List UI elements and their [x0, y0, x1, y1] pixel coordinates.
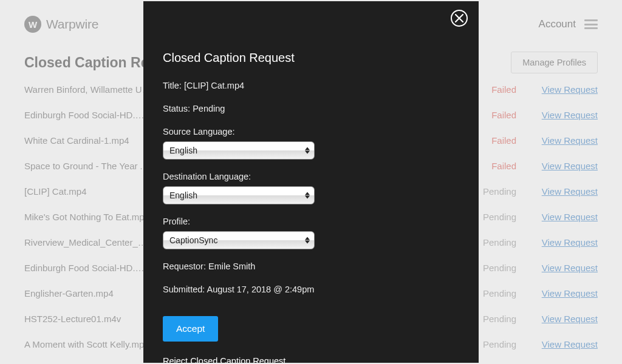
modal-heading: Closed Caption Request	[163, 1, 459, 81]
submitted-line: Submitted: August 17, 2018 @ 2:49pm	[163, 285, 459, 294]
destination-language-select[interactable]: English	[163, 186, 315, 204]
profile-select-wrap: CaptionSync	[163, 231, 315, 249]
source-language-select[interactable]: English	[163, 141, 315, 160]
destination-language-label: Destination Language:	[163, 172, 459, 181]
modal-status-line: Status: Pending	[163, 104, 459, 113]
close-icon[interactable]	[451, 10, 468, 27]
caption-request-modal: Closed Caption Request Title: [CLIP] Cat…	[143, 1, 479, 363]
requestor-line: Requestor: Emile Smith	[163, 261, 459, 271]
destination-language-select-wrap: English	[163, 186, 315, 204]
profile-select[interactable]: CaptionSync	[163, 231, 315, 249]
profile-label: Profile:	[163, 217, 459, 226]
accept-button[interactable]: Accept	[163, 316, 218, 342]
source-language-label: Source Language:	[163, 127, 459, 136]
modal-title-line: Title: [CLIP] Cat.mp4	[163, 81, 459, 90]
reject-link[interactable]: Reject Closed Caption Request	[163, 356, 285, 363]
source-language-select-wrap: English	[163, 141, 315, 160]
